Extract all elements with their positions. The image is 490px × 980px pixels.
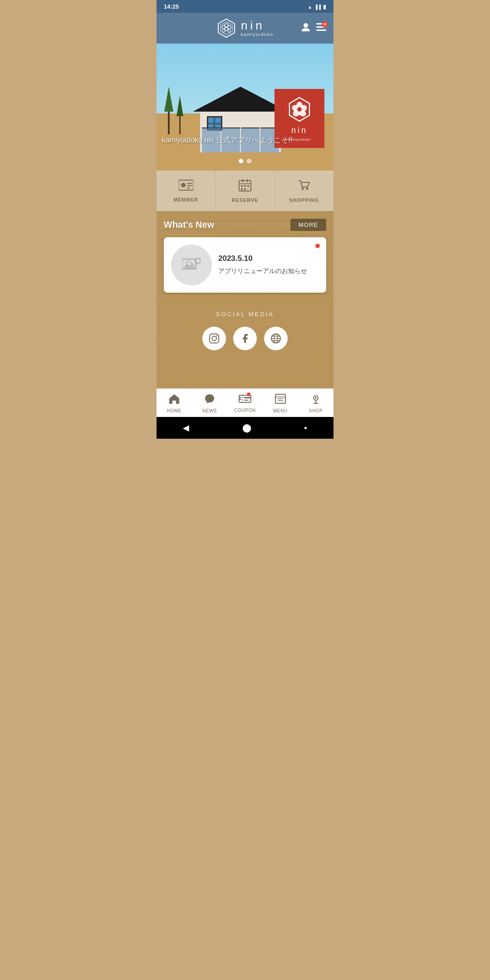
news-nav-icon <box>204 393 216 407</box>
news-unread-badge <box>315 244 320 248</box>
quick-menu: MEMBER RESERVE SHOPPING <box>157 171 333 211</box>
svg-point-8 <box>304 23 308 28</box>
time: 14:25 <box>164 3 179 10</box>
whats-new-header: What's New MORE <box>164 219 326 231</box>
svg-point-6 <box>222 29 225 32</box>
dot-1[interactable] <box>239 159 243 163</box>
facebook-button[interactable] <box>233 327 257 350</box>
nav-shop[interactable]: SHOP <box>298 389 333 417</box>
coupon-nav-label: COUPON <box>235 408 256 413</box>
back-button[interactable]: ◀ <box>183 423 189 433</box>
logo-text-container: nin kamiyuidoko <box>241 20 274 37</box>
wifi-icon <box>308 3 312 10</box>
news-nav-label: NEWS <box>202 408 217 413</box>
more-button[interactable]: MORE <box>290 219 326 231</box>
news-title: アプリリニューアルのお知らせ <box>218 267 319 276</box>
svg-point-40 <box>212 336 216 341</box>
logo-text: nin <box>241 20 274 31</box>
social-media-title: SOCIAL MEDIA <box>164 311 326 318</box>
home-nav-label: HOME <box>167 408 181 413</box>
svg-rect-29 <box>244 185 246 187</box>
reserve-icon <box>239 179 251 195</box>
svg-point-18 <box>297 107 302 112</box>
status-icons <box>308 3 326 10</box>
status-bar: 14:25 <box>157 0 333 13</box>
svg-point-58 <box>315 397 317 399</box>
hero-dots <box>239 159 251 163</box>
news-content: 2023.5.10 アプリリニューアルのお知らせ <box>218 254 319 276</box>
svg-rect-11 <box>316 29 326 31</box>
social-media-section: SOCIAL MEDIA <box>157 300 333 361</box>
tree-left <box>168 109 170 134</box>
svg-point-41 <box>216 335 218 337</box>
svg-point-7 <box>228 29 230 32</box>
news-card[interactable]: 2023.5.10 アプリリニューアルのお知らせ <box>164 237 326 293</box>
nav-menu[interactable]: MENU <box>263 389 298 417</box>
svg-rect-32 <box>244 188 246 190</box>
recents-button[interactable]: ▪ <box>304 423 307 433</box>
tree-right <box>179 114 181 134</box>
whats-new-section: What's New MORE 2023.5.10 アプリリニューアルのお知らせ <box>157 211 333 300</box>
svg-rect-50 <box>240 399 241 400</box>
shopping-icon <box>298 179 310 195</box>
home-button[interactable]: ⬤ <box>242 423 251 433</box>
shop-nav-label: SHOP <box>309 408 323 413</box>
logo-sub: kamiyuidoko <box>241 32 274 37</box>
home-nav-icon <box>168 393 180 407</box>
header-logo: nin kamiyuidoko <box>216 18 274 38</box>
svg-rect-31 <box>241 188 243 190</box>
svg-rect-52 <box>244 400 249 401</box>
dot-2[interactable] <box>247 159 251 163</box>
website-button[interactable] <box>264 327 288 350</box>
reserve-label: RESERVE <box>231 197 258 203</box>
android-nav: ◀ ⬤ ▪ <box>157 417 333 439</box>
news-date: 2023.5.10 <box>218 254 319 263</box>
wood-spacer <box>157 361 333 388</box>
menu-notification-badge: N <box>322 21 328 28</box>
svg-rect-51 <box>244 397 250 398</box>
quick-menu-reserve[interactable]: RESERVE <box>216 171 274 211</box>
profile-icon[interactable] <box>301 22 311 34</box>
nav-home[interactable]: HOME <box>157 389 192 417</box>
svg-rect-28 <box>241 185 243 187</box>
signal-icon <box>314 3 321 10</box>
coupon-nav-badge <box>247 392 250 396</box>
social-icons-container <box>164 327 326 350</box>
news-thumbnail <box>171 245 212 285</box>
shop-nav-icon <box>310 393 322 407</box>
quick-menu-shopping[interactable]: SHOPPING <box>275 171 333 211</box>
member-label: MEMBER <box>173 197 198 202</box>
hero-caption: kamiyuidoko nin 公式アプリへようこそ!! <box>157 133 298 148</box>
hero-section: nin kamiyuidoko kamiyuidoko nin 公式アプリへよう… <box>157 44 333 171</box>
bottom-nav: HOME NEWS COUPON <box>157 388 333 417</box>
header: nin kamiyuidoko N <box>157 13 333 44</box>
svg-rect-30 <box>247 185 249 187</box>
svg-marker-38 <box>182 263 196 269</box>
logo-hexagon-icon <box>216 18 236 38</box>
svg-point-33 <box>302 188 304 190</box>
menu-icon[interactable]: N <box>316 23 326 34</box>
menu-nav-icon <box>274 393 286 407</box>
banner-emblem-icon <box>286 96 313 123</box>
svg-point-20 <box>181 183 186 187</box>
member-icon <box>179 179 193 194</box>
svg-point-34 <box>306 188 309 190</box>
header-right: N <box>301 22 326 34</box>
nav-coupon[interactable]: COUPON <box>227 389 263 417</box>
whats-new-title: What's New <box>164 220 214 230</box>
instagram-button[interactable] <box>202 327 226 350</box>
menu-nav-label: MENU <box>273 408 287 413</box>
shopping-label: SHOPPING <box>289 197 319 203</box>
battery-icon <box>323 3 326 10</box>
nav-news[interactable]: NEWS <box>192 389 227 417</box>
svg-rect-49 <box>240 397 241 398</box>
quick-menu-member[interactable]: MEMBER <box>157 171 216 211</box>
